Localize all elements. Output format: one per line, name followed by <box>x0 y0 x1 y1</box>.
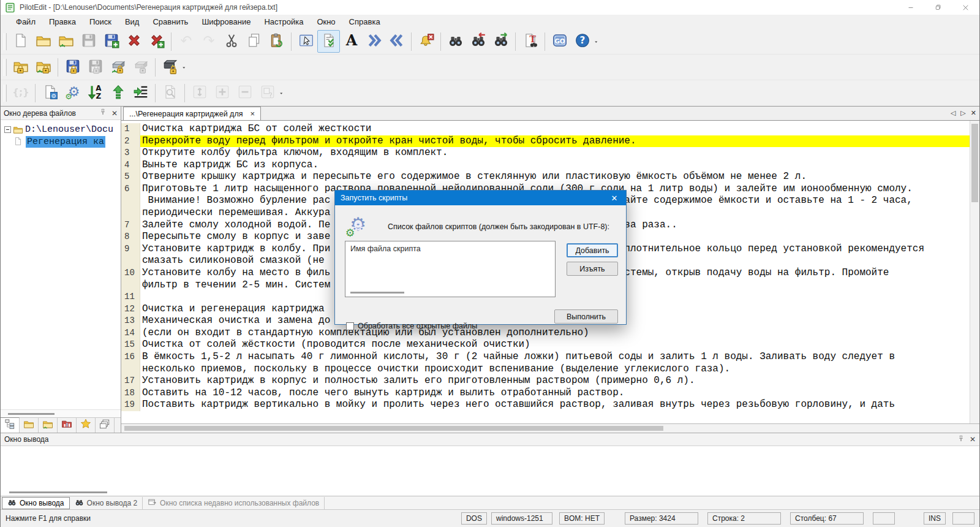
editor-line[interactable]: 19Поставить картридж вертикально в мойку… <box>121 399 970 411</box>
toolbar-overflow-caret-icon[interactable] <box>279 82 287 104</box>
restore-button[interactable] <box>924 0 952 15</box>
side-tab-window-list[interactable] <box>96 418 115 433</box>
editor-vertical-scrollbar[interactable] <box>970 121 979 423</box>
editor-line[interactable]: 14(если он входит в стандартную комплект… <box>121 327 970 339</box>
scrollbar-thumb[interactable] <box>971 124 978 202</box>
dialog-title-bar[interactable]: Запустить скрипты ✕ <box>335 191 626 205</box>
line-number <box>121 207 140 219</box>
scrollbar-thumb[interactable] <box>124 426 663 431</box>
tab-bar-close-icon[interactable]: ✕ <box>971 109 976 117</box>
editor-line[interactable]: 15Очистка от солей жёсткости (проводится… <box>121 339 970 351</box>
editor-line[interactable]: 16В ёмкость 1,5-2 л насыпать 40 г лимонн… <box>121 351 970 363</box>
toolbar-overflow-caret-icon[interactable] <box>594 30 602 53</box>
menu-item-настройка[interactable]: Настройка <box>257 16 310 28</box>
scrollbar-thumb[interactable] <box>8 413 55 415</box>
side-tab-project-stats[interactable] <box>58 418 77 433</box>
move-up-button[interactable] <box>107 82 129 104</box>
side-tab-ftp-folders[interactable] <box>39 418 58 433</box>
menu-item-правка[interactable]: Правка <box>42 16 83 28</box>
tree-horizontal-scrollbar[interactable] <box>1 409 121 417</box>
shift-right-button[interactable] <box>363 30 385 53</box>
editor-line[interactable]: 2Перекройте воду перед фильтром и открой… <box>121 135 970 148</box>
open-folder-button[interactable] <box>32 30 55 53</box>
remove-button[interactable]: Изъять <box>567 262 618 276</box>
close-file-button[interactable] <box>123 30 145 53</box>
add-button[interactable]: Добавить <box>567 243 618 257</box>
menu-item-сравнить[interactable]: Сравнить <box>146 16 195 28</box>
menu-item-окно[interactable]: Окно <box>310 16 342 28</box>
find-next-button[interactable] <box>489 30 512 53</box>
save-all-button[interactable] <box>100 30 123 53</box>
scrollbar-thumb[interactable] <box>9 491 107 493</box>
document-tab[interactable]: ...\Регенерация картриджей для × <box>123 107 261 120</box>
close-button[interactable] <box>952 0 979 15</box>
dialog-close-icon[interactable]: ✕ <box>603 191 626 205</box>
save-lock-button[interactable] <box>61 56 84 78</box>
process-all-files-checkbox[interactable] <box>346 322 354 330</box>
menu-item-справка[interactable]: Справка <box>342 16 387 28</box>
new-file-button[interactable] <box>9 30 32 53</box>
editor-horizontal-scrollbar[interactable] <box>121 423 979 433</box>
save-lock-icon <box>65 58 81 77</box>
indent-lines-button[interactable] <box>129 82 152 104</box>
cut-button[interactable] <box>220 30 243 53</box>
select-mode-button[interactable] <box>295 30 317 53</box>
pin-icon[interactable] <box>957 435 965 444</box>
run-script-button[interactable] <box>317 30 340 53</box>
toolbar-grip[interactable] <box>4 85 7 102</box>
font-button[interactable]: A <box>340 30 363 53</box>
server-lock-button[interactable] <box>107 56 129 78</box>
gears-button[interactable]: ⚙⚙ <box>61 82 84 104</box>
drive-lock-button[interactable] <box>159 56 181 78</box>
help-button[interactable]: ? <box>571 30 594 53</box>
menu-item-поиск[interactable]: Поиск <box>83 16 118 28</box>
output-tab[interactable]: Окно вывода 2 <box>70 497 143 509</box>
doc-gear-button[interactable]: ⚙ <box>39 82 61 104</box>
tab-close-icon[interactable]: × <box>250 110 255 118</box>
output-tab[interactable]: Окно списка недавно использованных файло… <box>143 497 325 509</box>
find-prev-button[interactable] <box>467 30 489 53</box>
close-all-button[interactable] <box>145 30 168 53</box>
minimize-button[interactable] <box>897 0 924 15</box>
goto-button[interactable]: GO <box>548 30 571 53</box>
menu-item-вид[interactable]: Вид <box>118 16 146 28</box>
tab-scroll-left-icon[interactable]: ◁ <box>951 109 956 117</box>
find-button[interactable] <box>444 30 467 53</box>
paste-button[interactable] <box>265 30 288 53</box>
menu-item-файл[interactable]: Файл <box>9 16 42 28</box>
copy-button[interactable] <box>243 30 265 53</box>
editor-line[interactable]: 18Оставить на 10-12 часов, после чего вы… <box>121 387 970 400</box>
tree-item[interactable]: Регенерация ка <box>1 135 121 148</box>
close-icon[interactable]: ✕ <box>111 109 118 118</box>
run-button[interactable]: Выполнить <box>554 309 618 324</box>
editor-line[interactable]: 5Отверните крышку картриджа и пересыпьте… <box>121 171 970 183</box>
sort-az-button[interactable]: AZ <box>84 82 107 104</box>
tree-collapse-icon[interactable] <box>4 126 11 133</box>
close-icon[interactable]: ✕ <box>970 435 976 444</box>
clear-bookmarks-button[interactable] <box>415 30 437 53</box>
editor-line[interactable]: 3Открутите колбу фильтра ключом, входящи… <box>121 147 970 159</box>
editor-line[interactable]: 17Установить картридж в корпус и полност… <box>121 375 970 387</box>
tree-item[interactable]: D:\Lenouser\Docu <box>1 123 121 135</box>
open-folder-lock-button[interactable] <box>9 56 32 78</box>
shift-left-button[interactable] <box>385 30 408 53</box>
line-number: 18 <box>121 387 140 400</box>
scrollbar-thumb[interactable] <box>350 292 404 294</box>
side-tab-tree-view[interactable] <box>1 417 20 433</box>
open-ftp-button[interactable] <box>55 30 77 53</box>
editor-line[interactable]: несколько приемов, поскольку в процессе … <box>121 363 970 376</box>
side-tab-folders[interactable] <box>20 418 39 433</box>
script-file-list[interactable]: Имя файла скрипта <box>345 241 556 297</box>
editor-line[interactable]: 1Очистка картриджа БС от солей жесткости <box>121 123 970 135</box>
output-tab[interactable]: Окно вывода <box>2 497 70 509</box>
editor-line[interactable]: 4Выньте картридж БС из корпуса. <box>121 159 970 172</box>
pin-icon[interactable] <box>99 108 107 118</box>
menu-item-шифрование[interactable]: Шифрование <box>195 16 257 28</box>
toolbar-grip[interactable] <box>4 59 7 76</box>
side-tab-favorites[interactable] <box>77 418 96 433</box>
open-ftp-lock-button[interactable] <box>32 56 55 78</box>
toolbar-overflow-caret-icon[interactable] <box>181 56 190 78</box>
toolbar-grip[interactable] <box>4 33 7 50</box>
tab-scroll-right-icon[interactable]: ▷ <box>960 109 965 117</box>
find-replace-button[interactable]: T <box>519 30 541 53</box>
